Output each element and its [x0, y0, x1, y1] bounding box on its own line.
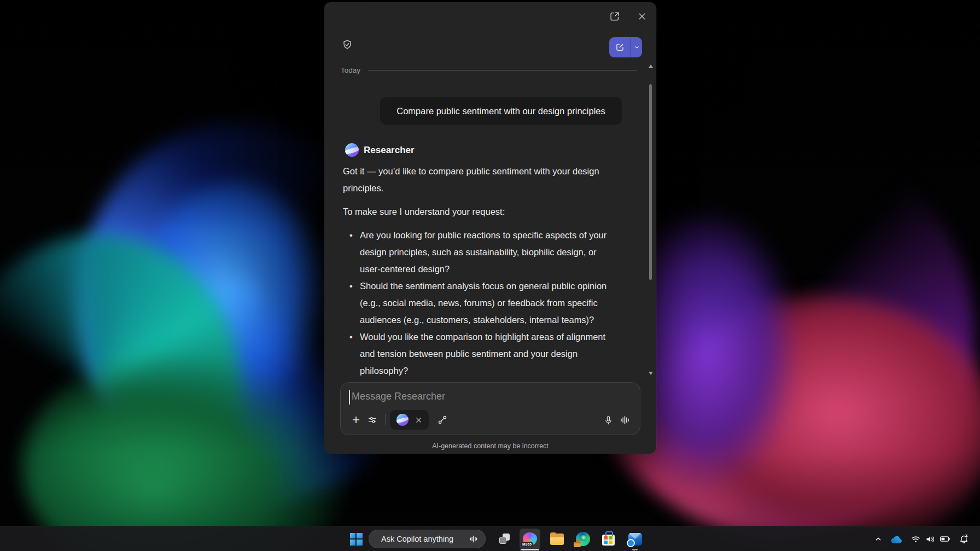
add-attachment-button[interactable]: +: [348, 412, 364, 428]
input-placeholder: Message Researcher: [352, 391, 445, 402]
tools-button[interactable]: [364, 412, 381, 428]
assistant-message: Got it — you’d like to compare public se…: [343, 163, 632, 379]
file-explorer-button[interactable]: [546, 529, 567, 549]
message-input[interactable]: Message Researcher: [348, 389, 632, 407]
list-item-text: Should the sentiment analysis focus on g…: [360, 278, 632, 329]
task-view-button[interactable]: [494, 529, 515, 549]
scrollbar-thumb[interactable]: [649, 84, 652, 280]
taskbar: Ask Copilot anything M365: [0, 526, 980, 551]
microphone-icon: [603, 415, 614, 425]
composer-toolbar: +: [348, 410, 633, 430]
message-paragraph: To make sure I understand your request:: [343, 203, 632, 220]
researcher-avatar: [396, 414, 409, 426]
file-explorer-icon: [550, 532, 564, 546]
speaker-icon: [925, 534, 936, 545]
edge-browser-button[interactable]: [573, 529, 593, 549]
close-icon: [415, 417, 422, 424]
scroll-down-arrow[interactable]: [649, 372, 653, 375]
close-button[interactable]: [634, 8, 650, 25]
plus-icon: +: [352, 413, 360, 426]
chevron-up-icon: [874, 535, 883, 543]
onedrive-cloud-icon: [889, 534, 903, 544]
m365-copilot-button[interactable]: M365: [520, 529, 540, 549]
chevron-down-icon: [633, 44, 640, 51]
popout-icon: [609, 10, 621, 22]
running-app-indicator: [632, 549, 638, 550]
ai-disclaimer: AI-generated content may be incorrect: [324, 442, 656, 450]
message-composer: Message Researcher +: [340, 382, 640, 435]
m365-badge: M365: [521, 542, 533, 547]
mic-button[interactable]: [600, 412, 616, 428]
chat-scrollbar: [647, 60, 655, 385]
list-item-text: Would you like the comparison to highlig…: [360, 329, 632, 379]
user-message-text: Compare public sentiment with our design…: [396, 106, 605, 116]
volume-button[interactable]: [922, 529, 938, 549]
list-item-text: Are you looking for public reactions to …: [360, 227, 632, 278]
user-message-bubble: Compare public sentiment with our design…: [380, 97, 622, 125]
link-button[interactable]: [434, 412, 451, 428]
copilot-search-box[interactable]: Ask Copilot anything: [369, 530, 486, 548]
researcher-avatar: [345, 143, 359, 157]
windows-logo-icon: [350, 533, 363, 546]
microsoft-store-icon: [602, 535, 615, 546]
shield-check-icon: [341, 39, 353, 51]
waveform-icon: [619, 414, 631, 426]
new-chat-split-button: [609, 37, 642, 57]
link-icon: [437, 414, 448, 425]
edge-browser-icon: [576, 532, 590, 546]
search-placeholder: Ask Copilot anything: [381, 535, 469, 543]
bullet-dot: •: [349, 227, 360, 278]
close-icon: [637, 11, 648, 22]
voice-button[interactable]: [616, 412, 633, 428]
list-item: • Are you looking for public reactions t…: [343, 227, 632, 278]
remove-agent-button[interactable]: [415, 417, 422, 424]
agent-name: Researcher: [364, 145, 415, 156]
waveform-icon: [469, 534, 479, 544]
today-label: Today: [341, 66, 360, 74]
battery-button[interactable]: [937, 529, 953, 549]
microsoft-store-button[interactable]: [598, 529, 619, 549]
outlook-button[interactable]: [625, 529, 645, 549]
popout-button[interactable]: [606, 8, 623, 25]
copilot-chat-window: Today Compare public sentiment with our …: [324, 2, 656, 454]
outlook-icon: [628, 533, 642, 546]
bullet-list: • Are you looking for public reactions t…: [343, 227, 632, 379]
wifi-icon: [910, 534, 921, 545]
work-briefcase-badge: [574, 542, 581, 547]
task-view-icon: [498, 532, 512, 546]
toolbar-divider: [385, 414, 386, 425]
battery-icon: [939, 533, 951, 545]
agent-header: Researcher: [345, 143, 415, 157]
new-chat-button[interactable]: [609, 37, 631, 57]
today-divider: Today: [341, 66, 637, 74]
list-item: • Should the sentiment analysis focus on…: [343, 278, 632, 329]
bullet-dot: •: [349, 329, 360, 379]
scroll-up-arrow[interactable]: [649, 65, 653, 68]
text-caret: [349, 390, 350, 405]
notification-bell-button[interactable]: [955, 529, 972, 549]
onedrive-button[interactable]: [888, 529, 904, 549]
tray-expand-button[interactable]: [870, 529, 886, 549]
sliders-icon: [367, 414, 378, 425]
active-app-indicator: [521, 549, 539, 550]
wifi-button[interactable]: [907, 529, 924, 549]
m365-copilot-icon: M365: [523, 532, 537, 546]
privacy-shield-button[interactable]: [338, 36, 357, 54]
compose-icon: [615, 42, 625, 52]
message-paragraph: Got it — you’d like to compare public se…: [343, 163, 632, 197]
start-button[interactable]: [346, 529, 366, 549]
list-item: • Would you like the comparison to highl…: [343, 329, 632, 379]
notification-bell-dnd-icon: [958, 534, 970, 545]
bullet-dot: •: [349, 278, 360, 329]
researcher-agent-chip[interactable]: [390, 410, 429, 430]
new-chat-dropdown-button[interactable]: [631, 37, 642, 57]
divider-line: [368, 70, 637, 71]
